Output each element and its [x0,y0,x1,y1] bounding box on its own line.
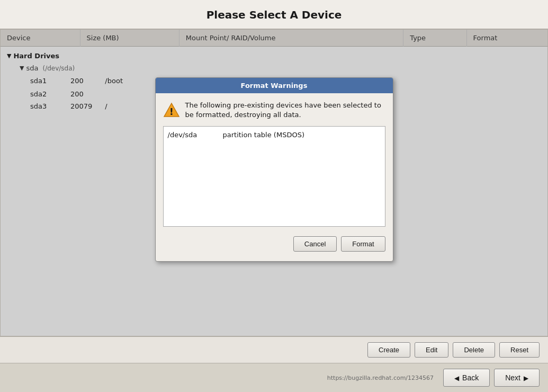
format-button[interactable]: Format [341,236,385,252]
reset-button[interactable]: Reset [499,342,540,358]
bottom-toolbar: Create Edit Delete Reset [0,336,548,363]
edit-button[interactable]: Edit [415,342,448,358]
warning-text: The following pre-existing devices have … [185,101,385,120]
next-label: Next [505,373,520,382]
create-button[interactable]: Create [367,342,410,358]
nav-bar: https://bugzilla.redhat.com/1234567 Back… [0,363,548,392]
page-title: Please Select A Device [11,8,537,21]
devices-list: /dev/sda partition table (MSDOS) [163,126,385,227]
next-button[interactable]: Next [494,369,540,387]
status-bar: https://bugzilla.redhat.com/1234567 [8,375,439,381]
dialog-buttons: Cancel Format [163,234,385,254]
dialog-body: ! The following pre-existing devices hav… [156,93,393,261]
content-area: Device Size (MB) Mount Point/ RAID/Volum… [0,29,548,336]
dialog-title: Format Warnings [156,78,393,93]
back-button[interactable]: Back [443,369,490,387]
device-entry: /dev/sda [168,131,197,139]
svg-text:!: ! [169,106,174,117]
next-arrow-icon [524,373,528,382]
warning-icon: ! [163,102,180,119]
main-container: Please Select A Device Device Size (MB) … [0,0,548,392]
back-label: Back [462,373,479,382]
device-desc: partition table (MSDOS) [222,131,304,139]
delete-button[interactable]: Delete [453,342,495,358]
dialog-overlay: Format Warnings ! The following pre-exis… [1,30,547,336]
warning-row: ! The following pre-existing devices hav… [163,101,385,120]
back-arrow-icon [454,373,459,382]
cancel-button[interactable]: Cancel [293,236,337,252]
title-bar: Please Select A Device [0,0,548,29]
format-warnings-dialog: Format Warnings ! The following pre-exis… [155,77,393,262]
